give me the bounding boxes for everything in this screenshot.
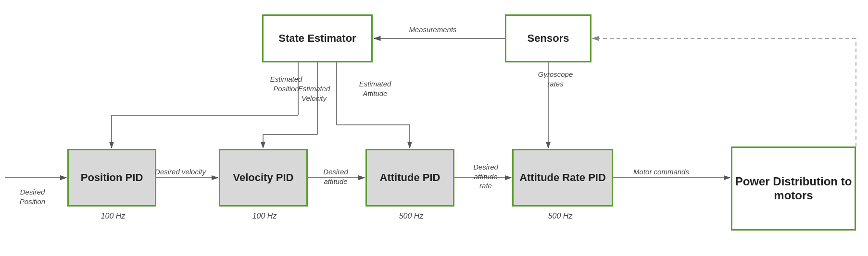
power-distribution-box: Power Distribution to motors (731, 146, 856, 231)
velocity-pid-label: Velocity PID (233, 171, 294, 184)
position-pid-box: Position PID (67, 149, 156, 207)
attitude-pid-box: Attitude PID (365, 149, 454, 207)
attitude-pid-label: Attitude PID (380, 171, 440, 184)
desired-attitude-label: Desiredattitude (307, 167, 365, 186)
estimated-attitude-label: EstimatedAttitude (346, 79, 404, 98)
measurements-label: Measurements (394, 25, 471, 35)
gyroscope-rates-label: Gyroscoperates (529, 70, 582, 88)
state-estimator-box: State Estimator (262, 14, 373, 62)
attitude-rate-pid-box: Attitude Rate PID (512, 149, 613, 207)
desired-velocity-label: Desired velocity (149, 167, 212, 177)
sensors-box: Sensors (505, 14, 591, 62)
position-pid-hz: 100 Hz (84, 211, 142, 221)
desired-attitude-rate-label: Desiredattituderate (457, 162, 515, 191)
position-pid-label: Position PID (81, 171, 143, 184)
velocity-pid-hz: 100 Hz (236, 211, 293, 221)
power-distribution-label: Power Distribution to motors (732, 175, 855, 203)
diagram: State Estimator Sensors Position PID Vel… (0, 0, 868, 256)
desired-position-label: DesiredPosition (0, 187, 65, 206)
sensors-label: Sensors (528, 32, 569, 45)
motor-commands-label: Motor commands (630, 167, 692, 177)
estimated-velocity-label: EstimatedVelocity (288, 84, 340, 103)
attitude-rate-pid-hz: 500 Hz (529, 211, 591, 221)
attitude-rate-pid-label: Attitude Rate PID (519, 171, 606, 184)
state-estimator-label: State Estimator (278, 32, 356, 45)
attitude-pid-hz: 500 Hz (382, 211, 440, 221)
velocity-pid-box: Velocity PID (219, 149, 308, 207)
